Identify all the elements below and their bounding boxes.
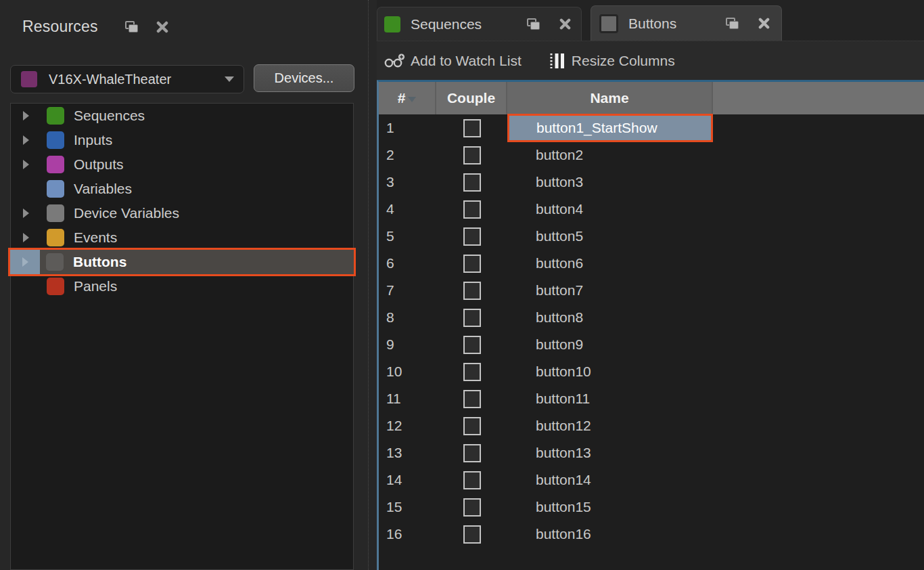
couple-checkbox[interactable] [463, 255, 481, 273]
name-cell[interactable]: button10 [507, 364, 713, 380]
name-cell[interactable]: button5 [507, 228, 713, 244]
table-row[interactable]: 4 button4 [379, 196, 924, 223]
table-row[interactable]: 1 button1_StartShow [379, 114, 924, 141]
duplicate-panel-icon[interactable] [125, 21, 139, 33]
table-row[interactable]: 11 button11 [379, 385, 924, 412]
column-header-couple[interactable]: Couple [436, 82, 507, 114]
name-cell[interactable]: button2 [507, 147, 713, 163]
couple-checkbox[interactable] [463, 309, 481, 327]
couple-checkbox[interactable] [463, 471, 481, 489]
table-row[interactable]: 16 button16 [379, 521, 924, 548]
couple-checkbox[interactable] [463, 227, 481, 246]
duplicate-tab-icon[interactable] [527, 18, 540, 30]
tree-item[interactable]: Device Variables [11, 201, 353, 225]
table-row[interactable]: 15 button15 [379, 494, 924, 521]
tab-sequences[interactable]: Sequences [377, 7, 582, 41]
couple-checkbox[interactable] [463, 173, 481, 192]
table-row[interactable]: 6 button6 [379, 250, 924, 277]
row-number: 9 [379, 336, 436, 353]
name-cell[interactable]: button15 [507, 499, 713, 515]
couple-checkbox[interactable] [463, 444, 481, 462]
duplicate-tab-icon[interactable] [726, 18, 739, 30]
tree-item[interactable]: Sequences [11, 104, 353, 128]
expander-icon[interactable] [22, 257, 28, 267]
name-cell[interactable]: button4 [507, 201, 713, 217]
expander-icon[interactable] [23, 111, 29, 120]
table-row[interactable]: 8 button8 [379, 304, 924, 331]
table-row[interactable]: 10 button10 [379, 358, 924, 385]
couple-checkbox[interactable] [463, 119, 481, 137]
row-number: 12 [379, 418, 436, 434]
column-header-number[interactable]: # [379, 82, 436, 114]
table-row[interactable]: 7 button7 [379, 277, 924, 304]
name-cell[interactable]: button3 [507, 174, 713, 190]
resize-columns-label: Resize Columns [572, 53, 675, 69]
close-tab-icon[interactable] [758, 18, 770, 30]
row-number: 6 [379, 255, 436, 271]
table-row[interactable]: 9 button9 [379, 331, 924, 358]
table-row[interactable]: 2 button2 [379, 141, 924, 169]
devices-button[interactable]: Devices... [254, 64, 354, 92]
close-tab-icon[interactable] [559, 18, 572, 30]
tree-item[interactable]: Events [11, 225, 353, 250]
tree-item[interactable]: Panels [11, 274, 353, 299]
add-to-watch-list-button[interactable]: Add to Watch List [384, 53, 522, 69]
couple-checkbox[interactable] [463, 146, 481, 165]
name-cell[interactable]: button8 [507, 309, 713, 326]
table-row[interactable]: 13 button13 [379, 439, 924, 466]
tree-item-swatch [47, 180, 64, 198]
expander-cell[interactable] [11, 177, 41, 201]
name-cell[interactable]: button12 [507, 418, 713, 434]
tree-item-swatch [47, 229, 64, 246]
toolbar: Add to Watch List Resize Columns [377, 41, 924, 80]
device-selector[interactable]: V16X-WhaleTheater [10, 65, 244, 93]
expander-icon[interactable] [23, 160, 29, 169]
name-cell[interactable]: button1_StartShow [507, 114, 713, 142]
expander-cell[interactable] [11, 128, 41, 152]
tree-item[interactable]: Variables [11, 177, 353, 201]
name-cell[interactable]: button6 [507, 255, 713, 271]
tree-item[interactable]: Buttons [8, 248, 356, 276]
couple-checkbox[interactable] [463, 525, 481, 544]
tab-buttons[interactable]: Buttons [591, 5, 782, 41]
watch-glasses-icon [384, 53, 405, 68]
table-row[interactable]: 3 button3 [379, 169, 924, 196]
add-to-watch-list-label: Add to Watch List [411, 53, 522, 69]
couple-checkbox[interactable] [463, 390, 481, 408]
name-cell[interactable]: button13 [507, 445, 713, 461]
name-cell[interactable]: button14 [507, 472, 713, 488]
panel-splitter[interactable] [368, 0, 369, 570]
tree-item-label: Sequences [74, 108, 145, 124]
resize-columns-button[interactable]: Resize Columns [549, 52, 675, 70]
expander-icon[interactable] [23, 233, 29, 242]
couple-checkbox[interactable] [463, 363, 481, 381]
name-cell[interactable]: button7 [507, 282, 713, 299]
table-row[interactable]: 14 button14 [379, 466, 924, 494]
tree-item[interactable]: Outputs [11, 152, 353, 177]
tree-item[interactable]: Inputs [11, 128, 353, 152]
expander-icon[interactable] [23, 209, 29, 218]
close-panel-icon[interactable] [156, 21, 168, 33]
name-cell[interactable]: button11 [507, 391, 713, 407]
expander-cell[interactable] [11, 152, 41, 177]
row-number: 5 [379, 228, 436, 244]
expander-cell[interactable] [10, 250, 40, 274]
couple-checkbox[interactable] [463, 282, 481, 300]
table-row[interactable]: 5 button5 [379, 223, 924, 250]
expander-cell[interactable] [11, 104, 41, 128]
expander-cell[interactable] [11, 201, 41, 225]
table-row[interactable]: 12 button12 [379, 412, 924, 439]
column-header-name[interactable]: Name [507, 82, 713, 114]
couple-checkbox[interactable] [463, 417, 481, 435]
tree-list: Sequences Inputs Outputs Variables Devic… [11, 104, 353, 299]
expander-cell[interactable] [11, 274, 41, 299]
tree-item-label: Panels [74, 278, 117, 294]
tree-item-label: Inputs [74, 132, 112, 148]
name-cell[interactable]: button9 [507, 336, 713, 353]
name-cell[interactable]: button16 [507, 526, 713, 542]
expander-icon[interactable] [23, 135, 29, 145]
couple-checkbox[interactable] [463, 336, 481, 354]
expander-cell[interactable] [11, 225, 41, 250]
couple-checkbox[interactable] [463, 498, 481, 517]
couple-checkbox[interactable] [463, 200, 481, 219]
